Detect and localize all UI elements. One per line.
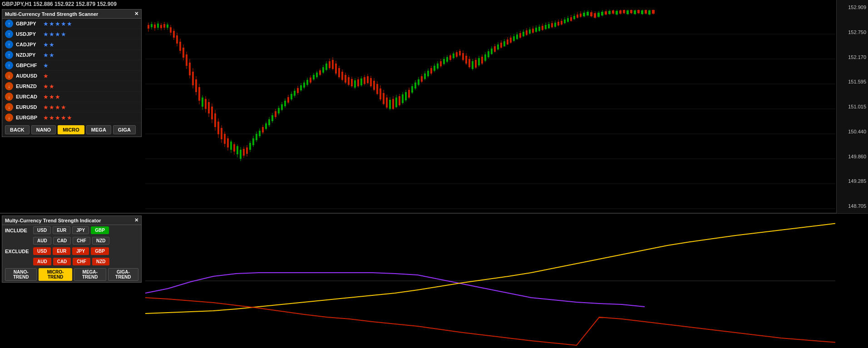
price-level-8: 148.705 [838, 203, 866, 209]
indicator-close-button[interactable]: ✕ [134, 217, 138, 223]
pair-icon-eurusd: ↓ [5, 103, 13, 111]
scanner-btn-giga[interactable]: GIGA [113, 125, 136, 134]
pair-stars-eurnzd: ★★ [43, 83, 55, 90]
price-axis: 152.909 152.750 152.170 151.595 151.015 … [836, 0, 868, 213]
exc-btn-nzd[interactable]: NZD [92, 258, 110, 265]
pair-icon-eurcad: ↓ [5, 93, 13, 101]
exc-btn-eur[interactable]: EUR [53, 247, 70, 255]
yellow-line [145, 220, 835, 314]
pair-stars-usdjpy: ★★★★ [43, 31, 67, 38]
candles-area [145, 9, 835, 212]
pair-row-eurnzd: ↓ EURNZD ★★ [2, 81, 141, 92]
main-chart: GBPJPY,H1 152.886 152.922 152.879 152.90… [0, 0, 868, 213]
trend-btn-nano[interactable]: NANO-TREND [5, 268, 37, 281]
pair-stars-eurcad: ★★★ [43, 93, 61, 100]
pair-row-nzdjpy: ↑ NZDJPY ★★ [2, 50, 141, 60]
pair-stars-gbpjpy: ★★★★★ [43, 20, 73, 27]
pair-name-audusd: AUDUSD [16, 73, 43, 78]
pair-name-nzdjpy: NZDJPY [16, 52, 43, 58]
exclude-row-1: EXCLUDE USD EUR JPY GBP [2, 246, 141, 256]
pair-row-gbpjpy: ↑ GBPJPY ★★★★★ [2, 19, 141, 29]
candle-chart-svg [145, 9, 835, 212]
indicator-title: Multy-Currency Trend Strength Indicator [5, 218, 101, 223]
pair-name-eurgbp: EURGBP [16, 115, 43, 120]
price-level-6: 149.860 [838, 154, 866, 159]
pair-row-cadjpy: ↑ CADJPY ★★ [2, 39, 141, 50]
scanner-title: Multi-Currency Trend Strength Scanner [5, 11, 98, 17]
inc-btn-gbp[interactable]: GBP [91, 226, 109, 234]
red-orange-line [145, 298, 835, 345]
scanner-title-bar: Multi-Currency Trend Strength Scanner ✕ [2, 10, 141, 19]
inc-btn-cad[interactable]: CAD [53, 237, 71, 245]
scanner-buttons: BACK NANO MICRO MEGA GIGA [2, 123, 141, 137]
exc-btn-jpy[interactable]: JPY [72, 247, 89, 255]
scanner-panel: Multi-Currency Trend Strength Scanner ✕ … [2, 9, 142, 137]
trend-btn-giga[interactable]: GIGA-TREND [108, 268, 138, 281]
pair-icon-cadjpy: ↑ [5, 40, 13, 49]
pair-stars-gbpchf: ★ [43, 62, 49, 69]
scanner-btn-back[interactable]: BACK [5, 125, 30, 134]
indicator-panel: GBPJPY 1.3852 0.00 -1.0748 EURGBP Multy-… [0, 213, 868, 348]
exc-btn-gbp[interactable]: GBP [91, 247, 109, 255]
pair-row-eurcad: ↓ EURCAD ★★★ [2, 92, 141, 102]
exc-btn-cad[interactable]: CAD [53, 258, 71, 265]
pair-stars-nzdjpy: ★★ [43, 52, 55, 59]
pair-icon-gbpjpy: ↑ [5, 20, 13, 28]
indicator-chart-area [145, 214, 835, 348]
price-level-2: 152.170 [838, 54, 866, 60]
exc-btn-usd[interactable]: USD [33, 247, 51, 255]
inc-btn-jpy[interactable]: JPY [72, 226, 89, 234]
inc-btn-chf[interactable]: CHF [73, 237, 90, 245]
pair-stars-cadjpy: ★★ [43, 41, 55, 48]
pair-name-gbpjpy: GBPJPY [16, 21, 43, 26]
inc-btn-usd[interactable]: USD [33, 226, 51, 234]
pair-icon-gbpchf: ↑ [5, 61, 13, 69]
scanner-btn-mega[interactable]: MEGA [86, 125, 111, 134]
price-level-1: 152.750 [838, 29, 866, 35]
scanner-close-button[interactable]: ✕ [134, 11, 138, 17]
pair-name-usdjpy: USDJPY [16, 31, 43, 37]
purple-line [145, 273, 645, 307]
price-level-0: 152.909 [838, 5, 866, 10]
include-label: INCLUDE [5, 228, 31, 233]
indicator-title-bar: Multy-Currency Trend Strength Indicator … [2, 216, 141, 225]
price-level-4: 151.015 [838, 104, 866, 109]
exc-btn-chf[interactable]: CHF [73, 258, 90, 265]
pair-icon-nzdjpy: ↑ [5, 51, 13, 59]
include-row-2: AUD CAD CHF NZD [2, 235, 141, 246]
pair-row-eurusd: ↓ EURUSD ★★★★ [2, 102, 141, 113]
pair-name-eurusd: EURUSD [16, 104, 43, 110]
price-level-3: 151.595 [838, 79, 866, 84]
inc-btn-eur[interactable]: EUR [53, 226, 70, 234]
pair-name-eurcad: EURCAD [16, 94, 43, 99]
pair-stars-eurusd: ★★★★ [43, 104, 67, 111]
pair-icon-eurgbp: ↓ [5, 113, 13, 122]
exclude-row-2: AUD CAD CHF NZD [2, 256, 141, 267]
pair-stars-audusd: ★ [43, 73, 49, 79]
pair-icon-audusd: ↓ [5, 72, 13, 80]
pair-icon-eurnzd: ↓ [5, 82, 13, 90]
price-level-5: 150.440 [838, 129, 866, 134]
pair-row-gbpchf: ↑ GBPCHF ★ [2, 60, 141, 71]
inc-btn-aud[interactable]: AUD [33, 237, 51, 245]
pair-row-audusd: ↓ AUDUSD ★ [2, 71, 141, 81]
scanner-btn-nano[interactable]: NANO [31, 125, 56, 134]
pair-name-gbpchf: GBPCHF [16, 63, 43, 68]
indicator-control-panel: Multy-Currency Trend Strength Indicator … [2, 216, 142, 283]
include-row-1: INCLUDE USD EUR JPY GBP [2, 225, 141, 235]
trend-btn-micro[interactable]: MICRO-TREND [39, 268, 72, 281]
pair-name-cadjpy: CADJPY [16, 42, 43, 47]
pair-row-eurgbp: ↓ EURGBP ★★★★★ [2, 113, 141, 123]
scanner-btn-micro[interactable]: MICRO [58, 125, 84, 134]
chart-title: GBPJPY,H1 152.886 152.922 152.879 152.90… [2, 1, 117, 7]
exclude-label: EXCLUDE [5, 249, 31, 254]
pair-icon-usdjpy: ↑ [5, 30, 13, 38]
pair-row-usdjpy: ↑ USDJPY ★★★★ [2, 29, 141, 39]
trend-buttons: NANO-TREND MICRO-TREND MEGA-TREND GIGA-T… [2, 267, 141, 282]
exc-btn-aud[interactable]: AUD [33, 258, 51, 265]
inc-btn-nzd[interactable]: NZD [92, 237, 110, 245]
pair-name-eurnzd: EURNZD [16, 83, 43, 89]
price-level-7: 149.285 [838, 178, 866, 184]
pair-stars-eurgbp: ★★★★★ [43, 114, 73, 121]
trend-btn-mega[interactable]: MEGA-TREND [74, 268, 106, 281]
